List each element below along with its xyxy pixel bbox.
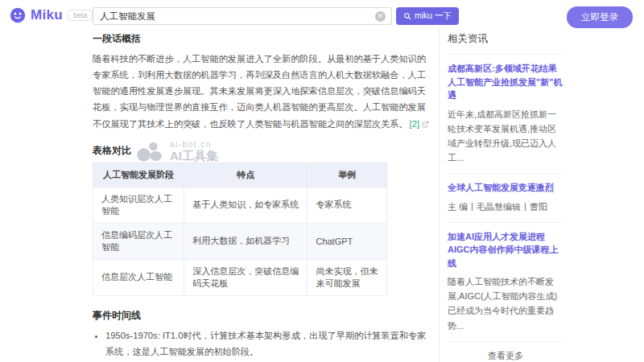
table-cell: 信息编码层次人工智能 — [93, 223, 184, 259]
brand-logo[interactable]: Miku beta — [10, 7, 93, 23]
related-news-heading: 相关资讯 — [448, 32, 564, 46]
table-cell: 利用大数据，如机器学习 — [184, 223, 308, 259]
summary-heading: 一段话概括 — [93, 32, 431, 46]
table-header-cell: 特点 — [184, 162, 308, 187]
timeline-heading: 事件时间线 — [93, 309, 431, 323]
search-submit-button[interactable]: miku 一下 — [396, 7, 459, 25]
table-cell: 信息层次人工智能 — [93, 259, 184, 295]
table-cell: 尚未实现，但未来可能发展 — [308, 259, 387, 295]
timeline-item: 1950s-1970s: IT1.0时代，计算技术基本架构形成，出现了早期的计算… — [105, 327, 431, 360]
brand-name: Miku — [31, 7, 63, 23]
table-cell: 专家系统 — [308, 187, 387, 223]
answer-panel: 一段话概括 随着科技的不断进步，人工智能的发展进入了全新的阶段。从最初的基于人类… — [93, 32, 431, 362]
news-summary: 主 编丨毛晶慧编辑丨曹阳 — [448, 200, 564, 214]
view-more-button[interactable]: 查看更多 — [448, 341, 564, 362]
search-input[interactable] — [93, 11, 375, 21]
clear-search-icon[interactable]: ✕ — [375, 11, 386, 22]
news-item: 成都高新区:多领域开花结果 人工智能产业抢抓发展"新"机遇 近年来,成都高新区抢… — [448, 54, 564, 173]
timeline-list: 1950s-1970s: IT1.0时代，计算技术基本架构形成，出现了早期的计算… — [93, 327, 431, 362]
summary-paragraph: 随着科技的不断进步，人工智能的发展进入了全新的阶段。从最初的基于人类知识的专家系… — [93, 51, 431, 133]
table-row: 人类知识层次人工智能 基于人类知识，如专家系统 专家系统 — [93, 187, 387, 223]
related-news-panel: 相关资讯 成都高新区:多领域开花结果 人工智能产业抢抓发展"新"机遇 近年来,成… — [448, 32, 564, 362]
table-header-cell: 举例 — [308, 162, 387, 187]
search-bar[interactable]: ✕ — [93, 7, 392, 25]
external-link-icon[interactable] — [422, 117, 429, 133]
table-header-row: 人工智能发展阶段 特点 举例 — [93, 162, 387, 187]
summary-citation-link[interactable]: [2] — [410, 119, 419, 129]
news-title-link[interactable]: 成都高新区:多领域开花结果 人工智能产业抢抓发展"新"机遇 — [448, 62, 564, 102]
table-row: 信息编码层次人工智能 利用大数据，如机器学习 ChatGPT — [93, 223, 387, 259]
news-title-link[interactable]: 加速AI应用人才发展进程 AIGC内容创作师中级课程上线 — [448, 230, 564, 270]
search-submit-label: miku 一下 — [415, 10, 452, 22]
table-cell: 人类知识层次人工智能 — [93, 187, 184, 223]
table-cell: 深入信息层次，突破信息编码天花板 — [184, 259, 308, 295]
column-divider — [439, 29, 440, 362]
news-item: 加速AI应用人才发展进程 AIGC内容创作师中级课程上线 随着人工智能技术的不断… — [448, 222, 564, 341]
summary-text: 随着科技的不断进步，人工智能的发展进入了全新的阶段。从最初的基于人类知识的专家系… — [93, 54, 426, 129]
news-item: 全球人工智能发展竞逐激烈 主 编丨毛晶慧编辑丨曹阳 — [448, 173, 564, 222]
miku-face-icon — [10, 7, 26, 23]
news-summary: 随着人工智能技术的不断发展,AIGC(人工智能内容生成)已经成为当今时代的重要趋… — [448, 274, 564, 333]
news-summary: 近年来,成都高新区抢抓新一轮技术变革发展机遇,推动区域产业转型升级,现已迈入人工… — [448, 107, 564, 166]
table-cell: 基于人类知识，如专家系统 — [184, 187, 308, 223]
table-header-cell: 人工智能发展阶段 — [93, 162, 184, 187]
table-row: 信息层次人工智能 深入信息层次，突破信息编码天花板 尚未实现，但未来可能发展 — [93, 259, 387, 295]
comparison-table: 人工智能发展阶段 特点 举例 人类知识层次人工智能 基于人类知识，如专家系统 专… — [93, 162, 387, 296]
beta-badge: beta — [68, 10, 93, 21]
news-title-link[interactable]: 全球人工智能发展竞逐激烈 — [448, 181, 564, 195]
miku-search-page: Miku beta ✕ miku 一下 立即登录 一段话概括 随着科技的不断进步… — [0, 0, 644, 362]
login-button[interactable]: 立即登录 — [567, 6, 633, 28]
search-icon — [403, 12, 411, 20]
table-heading: 表格对比 — [93, 144, 431, 158]
table-cell: ChatGPT — [308, 223, 387, 259]
